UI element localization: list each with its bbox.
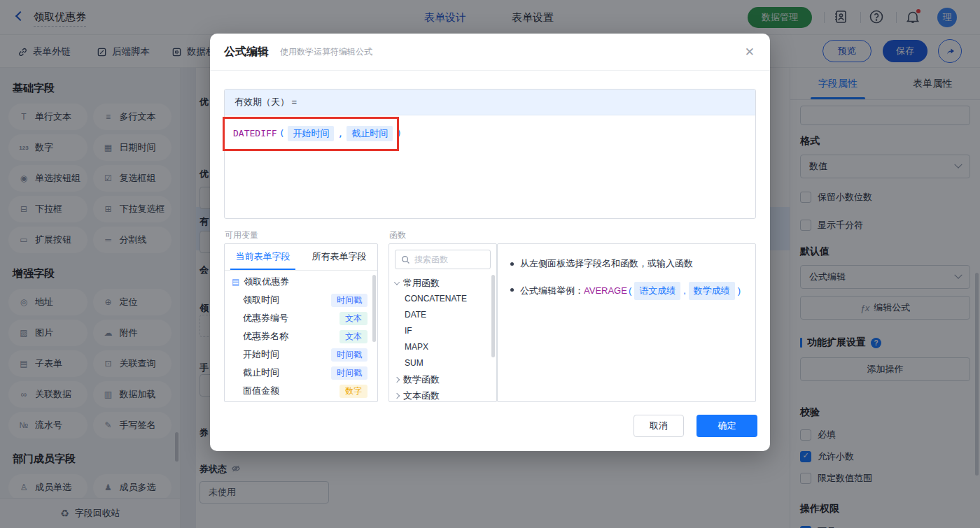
comma: , <box>683 285 686 296</box>
search-icon <box>401 255 410 264</box>
variable-row[interactable]: 截止时间时间戳 <box>225 364 377 382</box>
open-paren: ( <box>279 128 285 138</box>
cancel-button[interactable]: 取消 <box>634 415 684 437</box>
type-badge: 时间戳 <box>331 294 368 307</box>
tips-panel: 从左侧面板选择字段名和函数，或输入函数 公式编辑举例：AVERAGE(语文成绩,… <box>497 243 756 402</box>
variable-name: 优惠券编号 <box>243 312 288 324</box>
confirm-button[interactable]: 确定 <box>696 415 757 437</box>
function-group-label: 数学函数 <box>403 373 440 386</box>
form-doc-icon: ▤ <box>232 277 239 287</box>
type-badge: 文本 <box>340 312 368 325</box>
tip-line-1: 从左侧面板选择字段名和函数，或输入函数 <box>510 256 743 271</box>
function-group-label: 常用函数 <box>403 277 440 290</box>
functions-panel: 常用函数 CONCATENATE DATE IF MAPX SUM 数学函数 文… <box>388 243 497 402</box>
functions-scrollbar[interactable] <box>491 275 495 357</box>
function-item[interactable]: CONCATENATE <box>389 291 496 307</box>
variable-row[interactable]: 优惠券名称文本 <box>225 327 377 345</box>
tip-text: 从左侧面板选择字段名和函数，或输入函数 <box>520 256 693 271</box>
tip-example: 公式编辑举例：AVERAGE(语文成绩,数学成绩) <box>520 282 742 300</box>
function-search[interactable] <box>395 250 491 269</box>
tip-example-prefix: 公式编辑举例： <box>520 285 584 296</box>
close-paren: ) <box>738 285 741 296</box>
tab-current-form-fields[interactable]: 当前表单字段 <box>225 244 301 270</box>
variable-row[interactable]: 领取时间时间戳 <box>225 291 377 309</box>
function-item[interactable]: IF <box>389 323 496 339</box>
variable-row[interactable]: 开始时间时间戳 <box>225 345 377 364</box>
variable-name: 领取时间 <box>243 294 279 306</box>
function-group-common[interactable]: 常用函数 <box>389 275 496 291</box>
caret-right-icon <box>394 376 400 382</box>
tip-line-2: 公式编辑举例：AVERAGE(语文成绩,数学成绩) <box>510 282 743 300</box>
bullet-icon <box>510 288 514 292</box>
dialog-header: 公式编辑 使用数学运算符编辑公式 ✕ <box>210 34 770 71</box>
function-item[interactable]: DATE <box>389 307 496 323</box>
field-chip-end-time[interactable]: 截止时间 <box>346 126 393 141</box>
variables-scrollbar[interactable] <box>372 275 376 342</box>
comma: , <box>337 128 343 138</box>
type-badge: 数字 <box>340 385 368 398</box>
variable-name: 截止时间 <box>243 366 279 379</box>
example-function: AVERAGE <box>584 285 627 296</box>
example-chip: 数学成绩 <box>689 282 735 300</box>
type-badge: 文本 <box>340 330 368 343</box>
formula-function: DATEDIFF <box>233 128 277 138</box>
formula-box: 有效期（天） = DATEDIFF(开始时间,截止时间) <box>224 89 756 219</box>
close-paren: ) <box>396 128 402 138</box>
variable-row[interactable]: 面值金额数字 <box>225 382 377 400</box>
variables-form-root[interactable]: ▤ 领取优惠券 <box>225 273 377 291</box>
caret-down-icon <box>394 279 400 285</box>
functions-label: 函数 <box>389 229 406 241</box>
example-chip: 语文成绩 <box>634 282 680 300</box>
function-item[interactable]: MAPX <box>389 339 496 355</box>
type-badge: 时间戳 <box>331 348 368 362</box>
function-group-math[interactable]: 数学函数 <box>389 371 496 387</box>
bullet-icon <box>510 262 514 266</box>
open-paren: ( <box>629 285 631 296</box>
field-chip-start-time[interactable]: 开始时间 <box>288 126 334 141</box>
form-name: 领取优惠券 <box>244 276 289 288</box>
close-icon[interactable]: ✕ <box>745 45 755 59</box>
app-screen: 领取优惠券 表单设计 表单设置 数据管理 理 <box>0 0 980 528</box>
variables-panel: 当前表单字段 所有表单字段 ▤ 领取优惠券 领取时间时间戳 优惠券编号文本 优惠… <box>224 243 378 402</box>
formula-edit-dialog: 公式编辑 使用数学运算符编辑公式 ✕ 有效期（天） = DATEDIFF(开始时… <box>210 34 770 451</box>
caret-right-icon <box>394 392 400 398</box>
search-input[interactable] <box>414 255 484 264</box>
dialog-subtitle: 使用数学运算符编辑公式 <box>280 46 372 58</box>
variable-name: 面值金额 <box>243 385 279 397</box>
formula-target: 有效期（天） = <box>225 90 755 115</box>
function-group-label: 文本函数 <box>403 390 440 402</box>
tab-all-form-fields[interactable]: 所有表单字段 <box>301 244 377 270</box>
function-group-text[interactable]: 文本函数 <box>389 387 496 402</box>
type-badge: 时间戳 <box>331 366 368 380</box>
formula-editor[interactable]: DATEDIFF(开始时间,截止时间) <box>225 115 755 152</box>
variables-label: 可用变量 <box>225 229 258 241</box>
variable-row[interactable]: 优惠券编号文本 <box>225 309 377 327</box>
dialog-title: 公式编辑 <box>224 45 269 59</box>
function-item[interactable]: SUM <box>389 355 496 371</box>
variable-name: 开始时间 <box>243 348 279 361</box>
variable-name: 优惠券名称 <box>243 330 288 343</box>
